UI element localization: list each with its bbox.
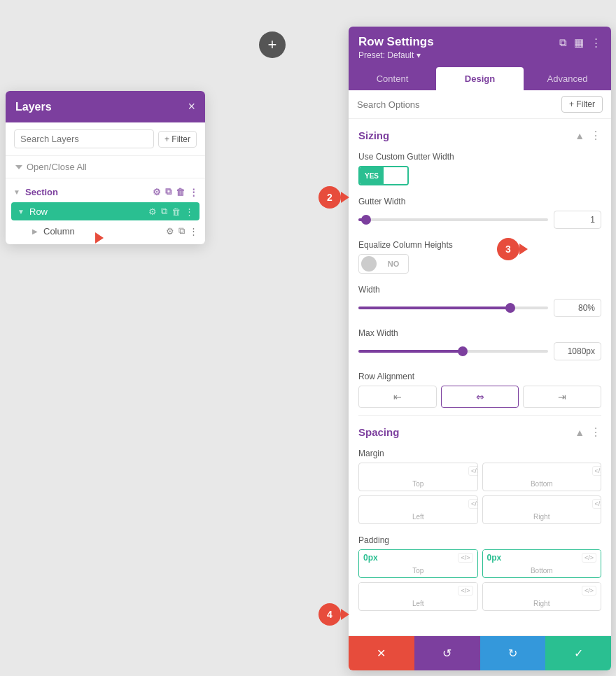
align-left-button[interactable]: ⇤	[358, 386, 437, 408]
add-button[interactable]: +	[259, 31, 286, 58]
tab-content[interactable]: Content	[349, 67, 436, 90]
section-more-icon[interactable]: ⋮	[189, 187, 198, 197]
settings-search-bar: + Filter	[349, 90, 611, 119]
settings-preset[interactable]: Preset: Default ▾	[358, 50, 434, 60]
align-center-button[interactable]: ⇔	[441, 386, 519, 408]
row-duplicate-icon[interactable]: ⧉	[161, 206, 167, 217]
badge-3-arrow	[519, 244, 528, 255]
badge-4: 4	[318, 603, 341, 626]
cancel-button[interactable]: ✕	[349, 636, 414, 670]
gutter-slider-row: 1	[358, 211, 601, 229]
row-settings-icon[interactable]: ⚙	[148, 206, 157, 217]
header-icon-grid[interactable]: ▦	[574, 36, 584, 49]
tree-section-item[interactable]: Section ⚙ ⧉ 🗑 ⋮	[6, 183, 205, 201]
settings-header-left: Row Settings Preset: Default ▾	[358, 35, 434, 60]
tree-row-item[interactable]: Row ⚙ ⧉ 🗑 ⋮	[11, 202, 200, 220]
alignment-buttons: ⇤ ⇔ ⇥	[358, 386, 601, 408]
align-right-button[interactable]: ⇥	[523, 386, 601, 408]
max-width-value-box[interactable]: 1080px	[554, 342, 601, 360]
width-slider-row: 80%	[358, 299, 601, 317]
padding-top-code[interactable]: </>	[458, 553, 472, 563]
undo-button[interactable]: ↺	[414, 636, 480, 670]
spacing-controls: ▲ ⋮	[575, 425, 601, 439]
margin-right-label: Right	[483, 512, 601, 523]
sizing-more-icon[interactable]: ⋮	[590, 129, 601, 142]
open-close-all[interactable]: Open/Close All	[6, 156, 205, 178]
margin-bottom-row: </>	[483, 463, 601, 479]
padding-right-field: </> Right	[482, 582, 602, 611]
gutter-value-box[interactable]: 1	[554, 211, 601, 229]
padding-bottom-code[interactable]: </>	[582, 553, 596, 563]
section-delete-icon[interactable]: 🗑	[176, 187, 185, 197]
column-duplicate-icon[interactable]: ⧉	[178, 225, 185, 237]
row-alignment-field: Row Alignment ⇤ ⇔ ⇥	[349, 367, 611, 415]
padding-field: Padding 0px </> Top 0px </> Bottom	[349, 531, 611, 618]
padding-left-code[interactable]: </>	[458, 586, 472, 596]
padding-top-value: 0px	[363, 553, 458, 563]
width-value-box[interactable]: 80%	[554, 299, 601, 317]
margin-bottom-label: Bottom	[483, 479, 601, 491]
max-width-slider-thumb[interactable]	[458, 346, 468, 356]
padding-right-code[interactable]: </>	[582, 586, 596, 596]
padding-grid: 0px </> Top 0px </> Bottom </>	[358, 549, 601, 611]
tab-design[interactable]: Design	[436, 67, 524, 90]
expand-section-arrow[interactable]	[13, 188, 21, 196]
column-more-icon[interactable]: ⋮	[189, 226, 198, 237]
expand-row-arrow[interactable]	[17, 207, 25, 216]
expand-column-arrow[interactable]	[31, 227, 39, 235]
section-duplicate-icon[interactable]: ⧉	[165, 186, 172, 197]
settings-panel: Row Settings Preset: Default ▾ ⧉ ▦ ⋮ Con…	[349, 27, 611, 670]
gutter-slider-track[interactable]	[358, 218, 548, 221]
equalize-toggle[interactable]: NO	[358, 254, 409, 274]
gutter-slider-thumb[interactable]	[361, 215, 371, 225]
layers-search-input[interactable]	[14, 129, 154, 148]
header-icon-responsive[interactable]: ⧉	[559, 36, 567, 49]
gutter-toggle[interactable]: YES	[358, 166, 409, 185]
row-delete-icon[interactable]: 🗑	[172, 206, 181, 217]
layers-search-bar: + Filter	[6, 122, 205, 156]
spacing-collapse-icon[interactable]: ▲	[575, 427, 584, 438]
padding-right-label: Right	[483, 598, 601, 610]
layers-close-button[interactable]: ×	[188, 99, 195, 114]
layers-title: Layers	[15, 101, 52, 113]
margin-left-input[interactable]	[363, 499, 468, 509]
spacing-section-header: Spacing ▲ ⋮	[349, 416, 611, 444]
width-label: Width	[358, 285, 601, 295]
margin-left-code[interactable]: </>	[468, 499, 478, 509]
width-slider-track[interactable]	[358, 307, 548, 309]
row-more-icon[interactable]: ⋮	[185, 206, 194, 217]
margin-grid: </> Top </> Bottom </> Left	[358, 463, 601, 524]
spacing-more-icon[interactable]: ⋮	[590, 425, 601, 439]
header-icon-more[interactable]: ⋮	[591, 36, 601, 49]
layers-header: Layers ×	[6, 91, 205, 122]
margin-bottom-input[interactable]	[487, 466, 592, 476]
width-slider-thumb[interactable]	[505, 303, 515, 313]
badge-1-container: 1	[73, 227, 104, 249]
margin-top-label: Top	[359, 479, 477, 491]
toggle-yes: YES	[360, 167, 384, 184]
margin-right-row: </>	[483, 496, 601, 512]
tree-column-item[interactable]: Column ⚙ ⧉ ⋮	[6, 222, 205, 240]
margin-right-code[interactable]: </>	[592, 499, 602, 509]
section-settings-icon[interactable]: ⚙	[153, 187, 161, 197]
settings-filter-button[interactable]: + Filter	[561, 96, 603, 113]
settings-title: Row Settings	[358, 35, 434, 49]
sizing-collapse-icon[interactable]: ▲	[575, 130, 584, 141]
redo-button[interactable]: ↻	[480, 636, 546, 670]
section-icons: ⚙ ⧉ 🗑 ⋮	[153, 186, 198, 197]
settings-header-icons: ⧉ ▦ ⋮	[559, 36, 601, 49]
padding-left-field: </> Left	[358, 582, 478, 611]
layers-filter-button[interactable]: + Filter	[158, 131, 197, 148]
column-settings-icon[interactable]: ⚙	[166, 226, 174, 237]
tab-advanced[interactable]: Advanced	[524, 67, 611, 90]
margin-bottom-code[interactable]: </>	[592, 466, 602, 476]
margin-left-row: </>	[359, 496, 477, 512]
margin-right-input[interactable]	[487, 499, 592, 509]
margin-top-code[interactable]: </>	[468, 466, 478, 476]
gutter-toggle-row: YES	[358, 166, 601, 185]
max-width-slider-track[interactable]	[358, 350, 548, 353]
margin-top-input[interactable]	[363, 466, 468, 476]
confirm-button[interactable]: ✓	[545, 636, 611, 670]
custom-gutter-label: Use Custom Gutter Width	[358, 152, 601, 162]
settings-search-input[interactable]	[357, 99, 556, 110]
